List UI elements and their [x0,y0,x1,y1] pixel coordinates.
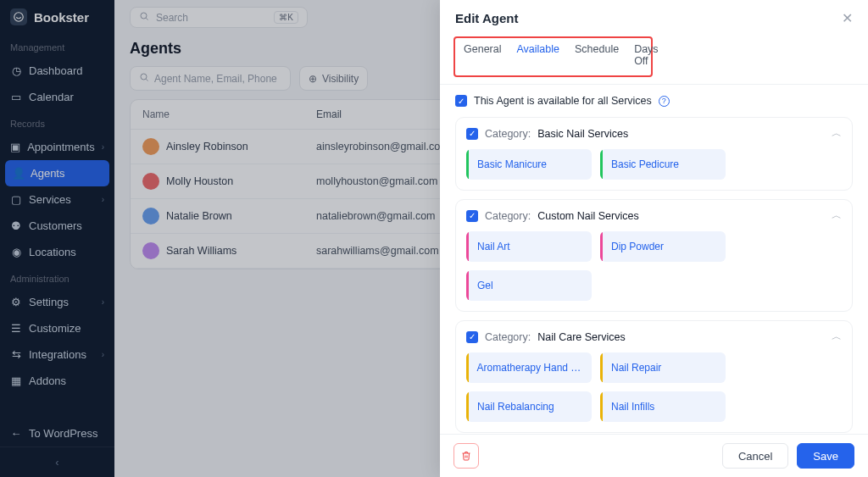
service-name: Nail Rebalancing [469,401,563,413]
chevron-up-icon: ︿ [832,330,842,344]
category: ✓Category: Custom Nail Services︿Nail Art… [455,199,853,312]
service-pill[interactable]: Aromatherapy Hand and ... [466,352,592,383]
save-button[interactable]: Save [797,443,854,469]
service-pill[interactable]: Basic Manicure [466,149,592,180]
category: ✓Category: Nail Care Services︿Aromathera… [455,320,853,433]
service-name: Dip Powder [603,241,672,252]
close-icon[interactable]: ✕ [842,10,853,26]
all-services-label: This Agent is available for all Services [474,95,652,107]
service-name: Gel [469,280,502,291]
category: ✓Category: Basic Nail Services︿Basic Man… [455,117,853,191]
category-prefix: Category: [485,128,531,140]
category-name: Nail Care Services [537,331,626,343]
category-header[interactable]: ✓Category: Custom Nail Services︿ [456,200,852,231]
category-checkbox[interactable]: ✓ [466,128,478,140]
chevron-up-icon: ︿ [832,126,842,141]
chevron-up-icon: ︿ [832,208,842,223]
service-name: Basic Pedicure [603,158,687,170]
drawer-title: Edit Agent [455,11,518,25]
trash-icon [461,451,471,461]
tab-available[interactable]: Available [516,43,559,69]
category-prefix: Category: [485,210,531,222]
service-name: Aromatherapy Hand and ... [469,362,592,374]
category-name: Basic Nail Services [537,128,628,140]
service-pill[interactable]: Nail Repair [600,352,726,383]
all-services-checkbox[interactable]: ✓ [455,95,467,107]
edit-agent-drawer: Edit Agent ✕ GeneralAvailableScheduleDay… [440,0,868,477]
info-icon[interactable]: ? [659,96,670,107]
cancel-button[interactable]: Cancel [722,443,788,469]
tab-schedule[interactable]: Schedule [575,43,619,69]
category-checkbox[interactable]: ✓ [466,210,478,222]
service-name: Nail Repair [603,362,670,374]
service-name: Basic Manicure [469,158,555,170]
category-checkbox[interactable]: ✓ [466,331,478,343]
service-name: Nail Art [469,241,519,252]
drawer-tabs: GeneralAvailableScheduleDays Off [453,36,653,77]
service-pill[interactable]: Dip Powder [600,231,726,262]
category-prefix: Category: [485,331,531,343]
category-name: Custom Nail Services [537,210,638,222]
service-pill[interactable]: Nail Infills [600,391,726,422]
service-pill[interactable]: Nail Rebalancing [466,391,592,422]
tab-general[interactable]: General [464,43,501,69]
delete-button[interactable] [453,443,479,469]
category-header[interactable]: ✓Category: Basic Nail Services︿ [456,118,852,149]
category-header[interactable]: ✓Category: Nail Care Services︿ [456,321,852,352]
service-pill[interactable]: Nail Art [466,231,592,262]
service-pill[interactable]: Basic Pedicure [600,149,726,180]
tab-days-off[interactable]: Days Off [634,43,658,69]
all-services-row[interactable]: ✓ This Agent is available for all Servic… [455,95,853,107]
service-name: Nail Infills [603,401,663,413]
service-pill[interactable]: Gel [466,270,592,301]
